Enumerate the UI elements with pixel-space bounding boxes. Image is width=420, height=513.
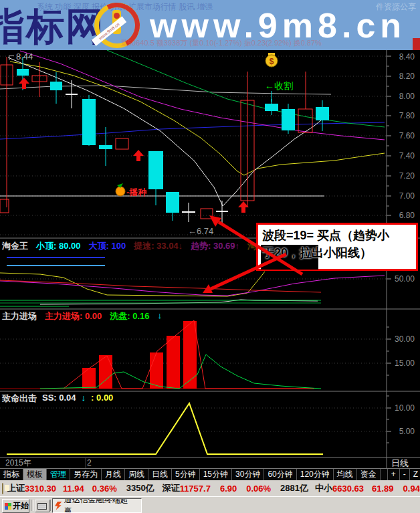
market-status-bar: 上证3310.3011.940.36%3350亿深证11757.76.900.0… — [0, 480, 420, 496]
status-item: 0.94% — [403, 484, 420, 494]
toolbar-tab-模板[interactable]: 模板 — [23, 469, 47, 480]
status-item: 6630.63 — [332, 484, 364, 494]
keyboard-quicklaunch-button[interactable] — [35, 500, 49, 512]
status-item: 11.94 — [63, 484, 84, 494]
market-status-icon — [2, 483, 3, 494]
status-item: 0.06% — [246, 484, 271, 494]
indicator-param-label: 小顶: 80.00 — [36, 240, 80, 252]
windows-taskbar: 开始 通达信金融终端超赢... — [0, 496, 420, 513]
toolbar-zoom-Z[interactable]: Z — [410, 469, 420, 480]
indicator-param-label: 致命出击 — [2, 393, 37, 405]
annotation-callout: 波段=19= 买点（趋势小 于20，拉出小阳线） — [256, 223, 418, 271]
toolbar-tab-120分钟[interactable]: 120分钟 — [297, 469, 334, 480]
annotation-line1: 波段=19= 买点（趋势小 — [262, 227, 412, 244]
indicator-param-label: 趋势: 30.69↑ — [191, 240, 239, 252]
indicator-param-label: 主力进场: 0.00 — [45, 310, 102, 322]
indicator-param-label: 主力进场 — [2, 310, 37, 322]
status-item: 上证 — [7, 482, 25, 494]
indicator-param-label: 洗盘: 0.16 — [110, 310, 149, 322]
indicator-param-label: SS: 0.04 — [42, 393, 76, 405]
windows-logo-icon — [5, 503, 11, 510]
lightning-icon — [55, 502, 62, 510]
status-items: 上证3310.3011.940.36%3350亿深证11757.76.900.0… — [3, 482, 420, 494]
indicator-param-label: 大顶: 100 — [88, 240, 126, 252]
period-toolbar: 指标模板管理另存为月线周线日线5分钟15分钟30分钟60分钟120分钟均线资金+… — [0, 468, 420, 480]
status-item: 3310.30 — [25, 484, 56, 494]
watermark-cn-text: 指标网 — [0, 1, 105, 50]
toolbar-tab-5分钟[interactable]: 5分钟 — [172, 469, 200, 480]
toolbar-tab-日线[interactable]: 日线 — [148, 469, 172, 480]
start-button-label: 开始 — [13, 500, 29, 512]
start-button[interactable]: 开始 — [2, 499, 29, 513]
svg-text:日线: 日线 — [391, 458, 409, 468]
toolbar-tab-周线[interactable]: 周线 — [125, 469, 148, 480]
toolbar-zoom-+[interactable]: + — [388, 469, 400, 480]
status-item: 6.90 — [220, 484, 237, 494]
indicator-param-label: 淘金王 — [2, 240, 28, 252]
toolbar-tab-30分钟[interactable]: 30分钟 — [232, 469, 264, 480]
toolbar-tab-15分钟[interactable]: 15分钟 — [200, 469, 232, 480]
status-item: 3350亿 — [126, 482, 154, 494]
red-corner-block — [413, 38, 420, 50]
status-item: 深证 — [163, 482, 180, 494]
taojin-label-row: 淘金王小顶: 80.00大顶: 100提速: 33.04↓趋势: 30.69↑淘… — [2, 240, 280, 252]
svg-text:2015年: 2015年 — [5, 458, 31, 468]
toolbar-zoom--[interactable]: - — [400, 469, 410, 480]
toolbar-tab-均线[interactable]: 均线 — [334, 469, 357, 480]
toolbar-tab-资金[interactable]: 资金 — [357, 469, 381, 480]
indicator-param-label: 提速: 33.04↓ — [134, 240, 183, 252]
toolbar-tab-管理[interactable]: 管理 — [47, 469, 70, 480]
zhiming-label-row: 致命出击SS: 0.04↓: 0.00 — [2, 393, 113, 405]
toolbar-spacer — [381, 469, 388, 480]
keyboard-icon — [37, 503, 47, 510]
status-item: 0.36% — [92, 484, 117, 494]
status-item: 中小 — [315, 482, 332, 494]
toolbar-tab-60分钟[interactable]: 60分钟 — [264, 469, 296, 480]
indicator-param-label: ↓ — [82, 393, 86, 405]
toolbar-tab-指标[interactable]: 指标 — [0, 469, 23, 480]
watermark-banner: 系统 功能 深度 报价 分析 扩展市场行情 股讯 增强 件资源公享 指标网 ww… — [0, 0, 420, 50]
status-item: 11757.7 — [180, 484, 211, 494]
taskbar-divider — [31, 500, 33, 511]
status-item: 61.89 — [372, 484, 394, 494]
task-button-label: 通达信金融终端超赢... — [64, 498, 141, 513]
svg-text:2: 2 — [87, 458, 92, 468]
tdx-task-button[interactable]: 通达信金融终端超赢... — [52, 498, 142, 513]
status-item: 2881亿 — [280, 482, 308, 494]
indicator-param-label: : 0.00 — [91, 393, 113, 405]
faint-quote-info: 量50640.5 额3938万 (量0.10(-1.27%) 振0.23(2.9… — [120, 38, 322, 48]
toolbar-tab-月线[interactable]: 月线 — [102, 469, 125, 480]
toolbar-tab-另存为[interactable]: 另存为 — [70, 469, 102, 480]
annotation-line2: 于20，拉出小阳线） — [262, 244, 412, 262]
indicator-param-label: ↓ — [158, 310, 163, 322]
zhuli-label-row: 主力进场主力进场: 0.00洗盘: 0.16↓ — [2, 310, 162, 322]
